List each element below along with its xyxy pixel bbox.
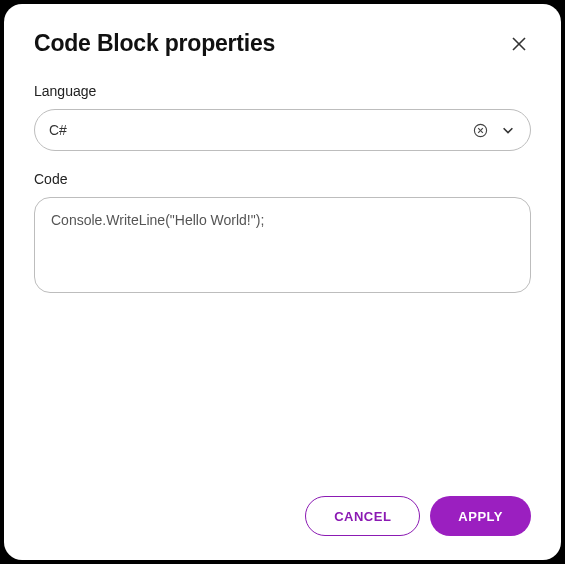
dropdown-toggle[interactable] <box>500 122 516 138</box>
dialog-title: Code Block properties <box>34 30 275 57</box>
chevron-down-icon <box>501 123 515 137</box>
code-field: Code <box>34 171 531 297</box>
dialog-footer: CANCEL APPLY <box>34 486 531 536</box>
language-value: C# <box>49 122 472 138</box>
dialog-header: Code Block properties <box>34 30 531 57</box>
clear-icon <box>473 123 488 138</box>
language-label: Language <box>34 83 531 99</box>
apply-button[interactable]: APPLY <box>430 496 531 536</box>
code-block-properties-dialog: Code Block properties Language C# <box>4 4 561 560</box>
select-icons <box>472 122 516 138</box>
close-icon <box>511 36 527 52</box>
language-field: Language C# <box>34 83 531 151</box>
clear-button[interactable] <box>472 122 488 138</box>
cancel-button[interactable]: CANCEL <box>305 496 420 536</box>
close-button[interactable] <box>507 32 531 56</box>
language-select[interactable]: C# <box>34 109 531 151</box>
code-label: Code <box>34 171 531 187</box>
code-textarea[interactable] <box>34 197 531 293</box>
